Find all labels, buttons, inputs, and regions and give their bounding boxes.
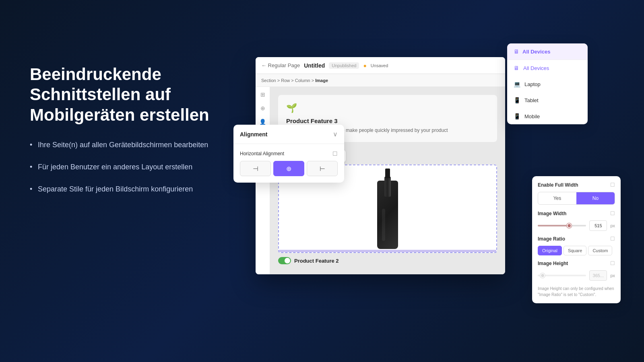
device-item-mobile-label: Mobile [524,113,540,119]
no-option[interactable]: No [576,192,615,204]
hero-title: Beeindruckende Schnittstellen auf Mobilg… [30,64,239,125]
alignment-popup: Alignment ∨ Horizontal Alignment ☐ ⊣ ⊕ ⊢ [233,125,344,183]
image-height-unit: px [610,273,615,278]
image-width-slider[interactable] [538,225,586,226]
right-panel: Enable Full Width ☐ Yes No Image Width ☐… [532,176,621,303]
product-image [372,169,404,249]
align-left-button[interactable]: ⊣ [240,161,271,176]
all-devices-icon: 🖥 [514,65,519,71]
hero-bullets: Ihre Seite(n) auf allen Gerätebildschirm… [30,140,239,195]
device-dropdown-header-label: All Devices [522,49,550,55]
align-center-button[interactable]: ⊕ [273,161,304,176]
back-button[interactable]: ← Regular Page [261,62,300,68]
image-width-input[interactable]: 515 [589,220,607,231]
device-item-mobile[interactable]: 📱 Mobile [507,108,588,124]
alignment-close-button[interactable]: ∨ [333,130,338,138]
device-item-laptop-label: Laptop [524,81,541,87]
device-item-all[interactable]: 🖥 All Devices [507,60,588,76]
page-title: Untitled [304,62,325,69]
image-height-slider-row: px [538,270,615,281]
image-height-label: Image Height [538,261,568,266]
alignment-header: Alignment ∨ [233,125,344,144]
editor-subbar: Section > Row > Column > Image [256,74,505,87]
image-width-label: Image Width [538,211,566,216]
product-icon: 🌱 [286,103,489,113]
image-width-unit: px [610,223,615,228]
alignment-title: Alignment [240,131,267,138]
image-height-input [589,270,607,281]
product-title-2: Product Feature 2 [294,258,339,264]
image-width-device-icon: ☐ [610,210,615,216]
monitor-icon: 🖥 [514,48,519,55]
image-ratio-device-icon: ☐ [610,236,615,242]
device-dropdown: 🖥 All Devices 🖥 All Devices 💻 Laptop 📱 T… [507,43,588,124]
alignment-label: Horizontal Alignment ☐ [240,150,338,157]
full-width-label: Enable Full Width [538,182,578,188]
unsaved-status: Unsaved [371,63,388,68]
device-dropdown-header[interactable]: 🖥 All Devices [507,43,588,60]
breadcrumb-path: Section > Row > Column > Image [261,78,328,83]
align-right-button[interactable]: ⊢ [307,161,338,176]
bullet-1: Ihre Seite(n) auf allen Gerätebildschirm… [30,140,239,150]
device-item-tablet[interactable]: 📱 Tablet [507,92,588,108]
device-item-all-label: All Devices [523,65,549,71]
alignment-buttons: ⊣ ⊕ ⊢ [240,161,338,176]
image-ratio-row: Image Ratio ☐ [538,236,615,242]
mobile-icon: 📱 [514,113,520,119]
yes-no-toggle: Yes No [538,192,615,205]
ratio-buttons: Original Square Custom [538,246,615,255]
image-height-device-icon: ☐ [610,260,615,266]
toggle-switch[interactable] [278,257,291,264]
bullet-2: Für jeden Benutzer ein anderes Layout er… [30,162,239,173]
laptop-icon: 💻 [514,81,520,87]
image-width-row: Image Width ☐ [538,210,615,216]
full-width-device-icon: ☐ [610,182,615,188]
tablet-icon: 📱 [514,97,520,103]
panel-note: Image Height can only be configured when… [538,286,615,298]
ratio-original-btn[interactable]: Original [538,246,562,255]
alignment-label-text: Horizontal Alignment [240,151,284,156]
ratio-square-btn[interactable]: Square [564,246,586,255]
yes-option[interactable]: Yes [538,192,576,204]
alignment-body: Horizontal Alignment ☐ ⊣ ⊕ ⊢ [233,144,344,183]
device-item-laptop[interactable]: 💻 Laptop [507,76,588,92]
ratio-custom-btn[interactable]: Custom [588,246,612,255]
sidebar-icon-layers[interactable]: ⊞ [258,90,267,99]
image-height-row: Image Height ☐ [538,260,615,266]
device-item-tablet-label: Tablet [524,97,539,103]
product-card-title: Product Feature 3 [286,117,489,124]
image-height-slider [538,275,586,276]
image-ratio-label: Image Ratio [538,236,565,242]
sidebar-icon-add[interactable]: ⊕ [258,104,267,113]
resize-handle[interactable] [279,250,496,252]
hero-section: Beeindruckende Schnittstellen auf Mobilg… [30,64,239,206]
unpublished-badge: Unpublished [329,62,359,69]
device-icon: ☐ [332,150,338,157]
image-width-slider-row: 515 px [538,220,615,231]
product-feature-card-2: Product Feature 2 [278,257,497,264]
bullet-3: Separate Stile für jeden Bildschirm konf… [30,184,239,195]
editor-topbar: ← Regular Page Untitled Unpublished ● Un… [256,57,505,74]
full-width-row: Enable Full Width ☐ [538,182,615,188]
status-dot: ● [363,62,366,69]
